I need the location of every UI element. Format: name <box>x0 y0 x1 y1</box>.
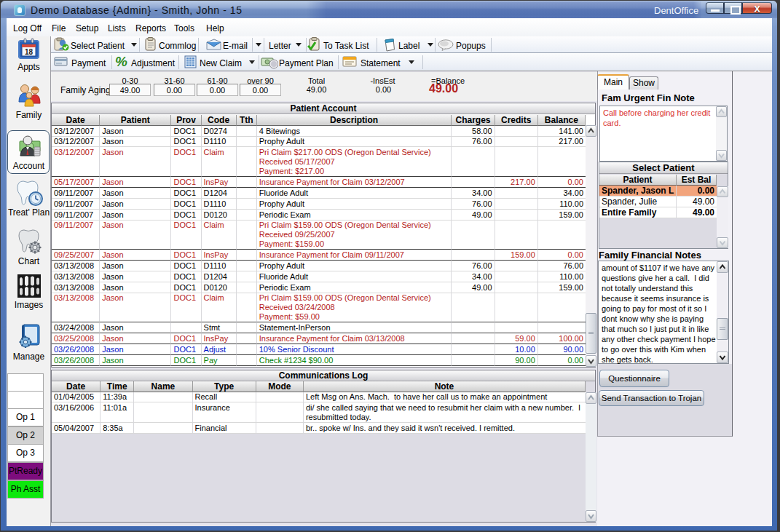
svg-text:18: 18 <box>25 48 34 56</box>
